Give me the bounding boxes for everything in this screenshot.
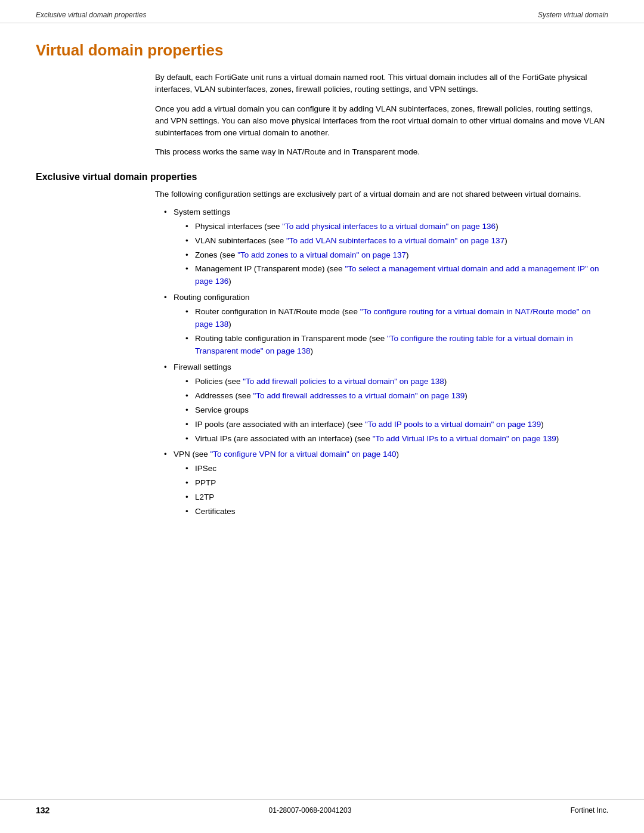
link-policies[interactable]: "To add firewall policies to a virtual d…	[243, 377, 444, 386]
page: Exclusive virtual domain properties Syst…	[0, 0, 644, 833]
list-item-l2tp: L2TP	[185, 491, 608, 504]
firewall-children: Policies (see "To add firewall policies …	[185, 376, 608, 445]
list-item-pptp: PPTP	[185, 477, 608, 490]
list-item-zones: Zones (see "To add zones to a virtual do…	[185, 249, 608, 262]
vpn-children: IPSec PPTP L2TP Certificates	[185, 463, 608, 518]
paragraph-2: Once you add a virtual domain you can co…	[155, 103, 608, 140]
list-item-ip-pools: IP pools (are associated with an interfa…	[185, 419, 608, 431]
footer-doc-id: 01-28007-0068-20041203	[269, 806, 352, 815]
footer-company: Fortinet Inc.	[571, 806, 608, 815]
paragraph-3: This process works the same way in NAT/R…	[155, 146, 608, 158]
list-item-vpn: VPN (see "To configure VPN for a virtual…	[164, 448, 608, 518]
list-item-system-settings: System settings Physical interfaces (see…	[164, 206, 608, 289]
page-footer: 132 01-28007-0068-20041203 Fortinet Inc.	[0, 799, 644, 821]
section-intro: The following configuration settings are…	[155, 188, 608, 200]
content-area: Virtual domain properties By default, ea…	[0, 23, 644, 569]
list-item-management-ip: Management IP (Transparent mode) (see "T…	[185, 263, 608, 288]
list-item-addresses: Addresses (see "To add firewall addresse…	[185, 390, 608, 402]
link-ip-pools[interactable]: "To add IP pools to a virtual domain" on…	[365, 420, 541, 429]
list-item-firewall-settings: Firewall settings Policies (see "To add …	[164, 361, 608, 445]
exclusive-properties-list: System settings Physical interfaces (see…	[164, 206, 608, 518]
link-zones[interactable]: "To add zones to a virtual domain" on pa…	[237, 250, 406, 259]
link-addresses[interactable]: "To add firewall addresses to a virtual …	[253, 391, 465, 400]
page-title: Virtual domain properties	[36, 41, 608, 60]
link-vpn[interactable]: "To configure VPN for a virtual domain" …	[210, 450, 397, 459]
list-item-physical-interfaces: Physical interfaces (see "To add physica…	[185, 221, 608, 233]
header-right: System virtual domain	[538, 11, 608, 19]
list-item-router-natroute: Router configuration in NAT/Route mode (…	[185, 306, 608, 331]
link-vlan-subinterfaces[interactable]: "To add VLAN subinterfaces to a virtual …	[286, 236, 504, 245]
system-settings-label: System settings	[174, 208, 230, 216]
list-item-virtual-ips: Virtual IPs (are associated with an inte…	[185, 433, 608, 445]
footer-page-number: 132	[36, 806, 49, 815]
list-item-ipsec: IPSec	[185, 463, 608, 475]
routing-children: Router configuration in NAT/Route mode (…	[185, 306, 608, 358]
list-item-certificates: Certificates	[185, 506, 608, 518]
system-settings-children: Physical interfaces (see "To add physica…	[185, 221, 608, 289]
routing-config-label: Routing configuration	[174, 293, 250, 302]
list-item-policies: Policies (see "To add firewall policies …	[185, 376, 608, 388]
header-left: Exclusive virtual domain properties	[36, 11, 146, 19]
link-virtual-ips[interactable]: "To add Virtual IPs to a virtual domain"…	[373, 434, 556, 443]
paragraph-1: By default, each FortiGate unit runs a v…	[155, 72, 608, 96]
section-heading: Exclusive virtual domain properties	[36, 172, 608, 182]
list-item-vlan-subinterfaces: VLAN subinterfaces (see "To add VLAN sub…	[185, 235, 608, 247]
list-item-routing-configuration: Routing configuration Router configurati…	[164, 292, 608, 358]
firewall-settings-label: Firewall settings	[174, 363, 231, 371]
page-header: Exclusive virtual domain properties Syst…	[0, 0, 644, 23]
list-item-service-groups: Service groups	[185, 404, 608, 417]
list-item-routing-table-transparent: Routing table configuration in Transpare…	[185, 333, 608, 358]
link-physical-interfaces[interactable]: "To add physical interfaces to a virtual…	[282, 222, 496, 231]
